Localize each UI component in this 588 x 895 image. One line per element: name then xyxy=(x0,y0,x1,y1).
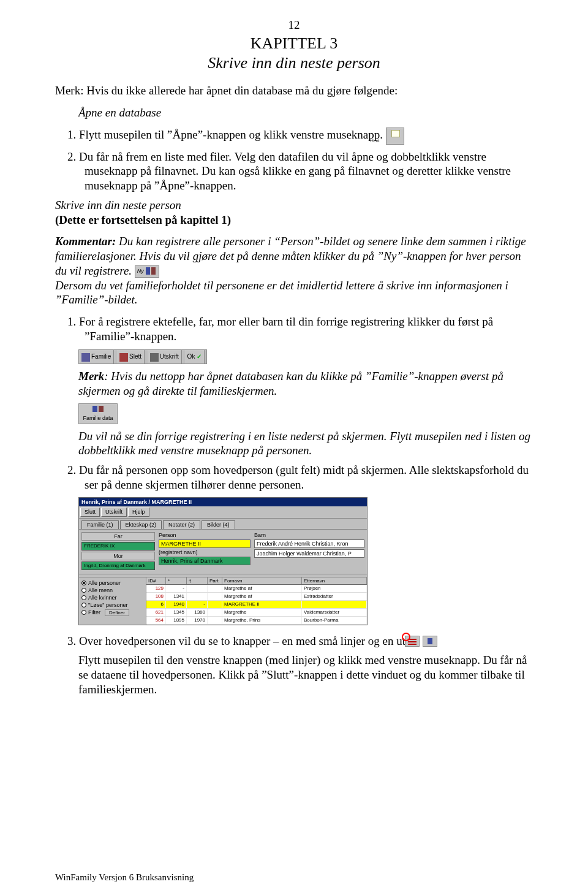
barn-2: Joachim Holger Waldemar Christian, P xyxy=(254,549,364,558)
merk-text: Hvis du nettopp har åpnet databasen kan … xyxy=(78,370,503,397)
intro-line: Merk: Hvis du ikke allerede har åpnet di… xyxy=(55,83,533,98)
famdata-icon-block: Familie data xyxy=(55,403,533,424)
page-footer: WinFamily Versjon 6 Bruksanvisning xyxy=(55,872,194,883)
cell: Margrethe af xyxy=(222,585,302,592)
window-toolbar: Slutt Utskrift Hjelp xyxy=(79,506,367,519)
merk-paragraph: Merk: Hvis du nettopp har åpnet database… xyxy=(55,369,533,398)
cell: - xyxy=(187,601,208,608)
tb-slett-label: Slett xyxy=(129,353,141,360)
main-step-3-text-a: 3. Over hovedpersonen vil du se to knapp… xyxy=(67,634,420,647)
open-db-heading: Åpne en database xyxy=(78,105,533,120)
gh-etternavn: Etternavn xyxy=(302,577,367,584)
barn-header: Barn xyxy=(254,532,364,538)
far-name: FREDERIK IX xyxy=(81,542,155,550)
cell: Valdemarsdatter xyxy=(302,609,367,616)
mor-name: Ingrid, Dronning af Danmark xyxy=(81,562,155,570)
cell xyxy=(187,585,208,592)
cell: 564 xyxy=(146,617,166,624)
family-window-screenshot: Henrik, Prins af Danmark / MARGRETHE II … xyxy=(78,497,368,625)
grid-row: 564 1895 1970 Margrethe, Prins Bourbon-P… xyxy=(146,617,367,625)
highlight-circle-icon xyxy=(402,633,410,641)
radio-women-label: Alle kvinner xyxy=(88,595,117,601)
cell: - xyxy=(166,585,187,592)
step-1: 1. Flytt musepilen til ”Åpne”-knappen og… xyxy=(61,128,533,145)
radio-all-label: Alle personer xyxy=(88,580,121,586)
cell: 1940 xyxy=(166,601,187,608)
cell: MARGRETHE II xyxy=(222,601,302,608)
gh-fornavn: Fornavn xyxy=(222,577,302,584)
barn-column: Barn Frederik André Henrik Christian, Kr… xyxy=(254,532,364,571)
toolbar-icon: Familie Slett Utskrift Ok ✓ xyxy=(78,349,207,364)
gh-id: ID# xyxy=(146,577,166,584)
radio-filter-label: Filter xyxy=(88,609,100,615)
cell: 129 xyxy=(146,585,166,592)
cell xyxy=(208,585,222,592)
two-buttons-icon xyxy=(422,636,455,648)
parents-column: Far FREDERIK IX Mor Ingrid, Dronning af … xyxy=(81,532,155,571)
section-2-sub: (Dette er fortsettelsen på kapittel 1) xyxy=(55,213,231,226)
radio-loose: "Løse" personer xyxy=(81,602,143,608)
kommentar-body: Du kan registrere alle personer i “Perso… xyxy=(55,235,526,277)
cell xyxy=(208,593,222,600)
cell xyxy=(302,601,367,608)
chapter-title: KAPITTEL 3 xyxy=(55,34,533,53)
grid-row: 621 1345 1360 Margrethe Valdemarsdatter xyxy=(146,609,367,617)
filter-radio-panel: Alle personer Alle menn Alle kvinner "Lø… xyxy=(79,577,146,625)
main-step-3-text-b: Flytt musepilen til den venstre knappen … xyxy=(78,653,527,696)
section-2-block: Skrive inn din neste person (Dette er fo… xyxy=(55,198,533,227)
tb-utskrift: Utskrift xyxy=(148,350,182,364)
grid-row: 129 - Margrethe af Prøjsen xyxy=(146,585,367,593)
tb-utskrift-label: Utskrift xyxy=(160,353,179,360)
cell: 1345 xyxy=(166,609,187,616)
toolbar-image-block: Familie Slett Utskrift Ok ✓ xyxy=(55,349,533,365)
cell: 1895 xyxy=(166,617,187,624)
familie-data-icon: Familie data xyxy=(78,403,118,424)
tb-familie-label: Familie xyxy=(91,353,111,360)
grid-header-row: ID# * † Part Fornavn Etternavn xyxy=(146,577,367,585)
gh-born: * xyxy=(166,577,187,584)
tab-notater: Notater (2) xyxy=(163,520,200,529)
document-page: 12 KAPITTEL 3 Skrive inn din neste perso… xyxy=(0,0,588,895)
radio-men-label: Alle menn xyxy=(88,587,113,593)
window-titlebar: Henrik, Prins af Danmark / MARGRETHE II xyxy=(79,498,367,506)
cell: Margrethe xyxy=(222,609,302,616)
definer-button: Definer xyxy=(105,609,129,616)
tb-slett: Slett xyxy=(117,350,145,364)
registrert-label: (registrert navn) xyxy=(159,549,251,555)
lines-button-icon xyxy=(405,636,420,647)
radio-all: Alle personer xyxy=(81,580,143,586)
window-lower: Alle personer Alle menn Alle kvinner "Lø… xyxy=(79,577,367,625)
ny-icon: Ny xyxy=(135,265,159,278)
radio-loose-label: "Løse" personer xyxy=(88,602,127,608)
cell: Estradsdatter xyxy=(302,593,367,600)
chapter-subtitle: Skrive inn din neste person xyxy=(55,54,533,72)
cell: Margrethe, Prins xyxy=(222,617,302,624)
window-btn-hjelp: Hjelp xyxy=(128,508,149,517)
mor-button: Mor xyxy=(81,552,155,560)
hent-icon xyxy=(386,128,404,145)
main-step-2-text: 2. Du får nå personen opp som hovedperso… xyxy=(67,463,529,491)
window-btn-utskrift: Utskrift xyxy=(101,508,127,517)
main-step-2: 2. Du får nå personen opp som hovedperso… xyxy=(61,463,533,492)
grid-row-selected: 6 1940 - MARGRETHE II xyxy=(146,601,367,609)
cell: Prøjsen xyxy=(302,585,367,592)
person-column: Person MARGRETHE II (registrert navn) He… xyxy=(159,532,251,571)
person-grid: ID# * † Part Fornavn Etternavn 129 - Mar… xyxy=(146,577,367,625)
cell: 1360 xyxy=(187,609,208,616)
cell: 621 xyxy=(146,609,166,616)
radio-icon xyxy=(81,610,86,615)
registrert-value: Henrik, Prins af Danmark xyxy=(159,557,251,565)
tb-ok-label: Ok xyxy=(187,353,195,360)
radio-icon xyxy=(81,588,86,593)
step-2-text: 2. Du får nå frem en liste med filer. Ve… xyxy=(67,150,511,192)
step-1-text: 1. Flytt musepilen til ”Åpne”-knappen og… xyxy=(67,128,383,141)
radio-icon xyxy=(81,595,86,600)
barn-1: Frederik André Henrik Christian, Kron xyxy=(254,539,364,548)
radio-men: Alle menn xyxy=(81,587,143,593)
radio-filter: FilterDefiner xyxy=(81,609,143,616)
tb-ok: Ok ✓ xyxy=(185,350,205,364)
window-tabs: Familie (1) Ekteskap (2) Notater (2) Bil… xyxy=(79,519,367,530)
radio-icon xyxy=(81,603,86,607)
cell xyxy=(208,609,222,616)
cell xyxy=(187,593,208,600)
